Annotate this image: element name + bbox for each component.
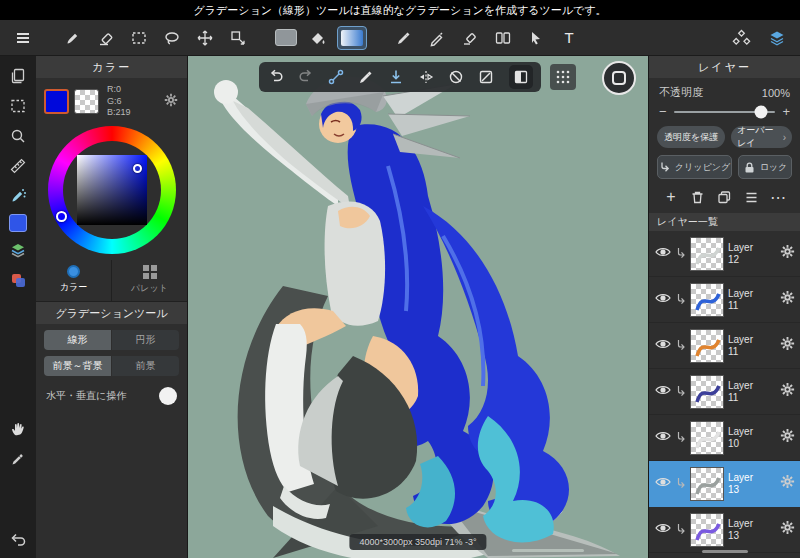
layer-thumbnail[interactable] <box>690 421 724 455</box>
canvas-scrollbar[interactable] <box>512 549 584 552</box>
primary-color-tool[interactable] <box>9 214 27 232</box>
opacity-plus-button[interactable]: + <box>782 104 790 119</box>
layer-visibility-eye-icon[interactable] <box>654 473 672 495</box>
layer-row[interactable]: Layer11 <box>649 323 800 369</box>
text-tool[interactable]: T <box>556 25 582 51</box>
redo-icon[interactable] <box>297 68 315 86</box>
layer-thumbnail[interactable] <box>690 467 724 501</box>
layer-visibility-eye-icon[interactable] <box>654 381 672 403</box>
preview-button[interactable] <box>602 61 636 95</box>
eraser-icon[interactable] <box>93 25 119 51</box>
gradient-radial-button[interactable]: 円形 <box>112 330 179 350</box>
layer-visibility-eye-icon[interactable] <box>654 519 672 541</box>
eyedropper-icon[interactable] <box>357 68 375 86</box>
gradient-fg-button[interactable]: 前景 <box>112 356 179 376</box>
layer-row[interactable]: Layer11 <box>649 369 800 415</box>
layers-panel-icon[interactable] <box>764 25 790 51</box>
color-swatch[interactable] <box>275 29 297 46</box>
layer-settings-gear-icon[interactable] <box>779 335 796 356</box>
undo-icon[interactable] <box>267 68 285 86</box>
tab-palette[interactable]: パレット <box>111 260 187 301</box>
layer-settings-gear-icon[interactable] <box>779 243 796 264</box>
clipping-button[interactable]: クリッピング <box>657 155 732 179</box>
layer-thumbnail[interactable] <box>690 237 724 271</box>
layer-settings-gear-icon[interactable] <box>779 519 796 540</box>
ruler-icon[interactable] <box>6 154 30 178</box>
layer-row[interactable] <box>649 553 800 558</box>
eraser-pen-icon[interactable] <box>457 25 483 51</box>
hand-icon[interactable] <box>6 417 30 441</box>
opacity-slider-knob[interactable] <box>755 105 768 118</box>
gradient-handle-icon[interactable] <box>327 68 345 86</box>
color-settings-gear-icon[interactable] <box>163 92 179 112</box>
blend-mode-button[interactable]: オーバーレイ › <box>731 126 792 148</box>
undo-back-icon[interactable] <box>6 526 30 550</box>
lock-button[interactable]: ロック <box>738 155 792 179</box>
airbrush-icon[interactable] <box>6 184 30 208</box>
brush-icon[interactable] <box>60 25 86 51</box>
layer-thumbnail[interactable] <box>690 329 724 363</box>
gradient-fg-bg-button[interactable]: 前景～背景 <box>44 356 111 376</box>
color-wheel[interactable] <box>48 126 176 254</box>
pages-icon[interactable] <box>6 64 30 88</box>
move-icon[interactable] <box>192 25 218 51</box>
eyedropper-icon[interactable] <box>391 25 417 51</box>
layer-visibility-eye-icon[interactable] <box>654 335 672 357</box>
marquee-select-icon[interactable] <box>126 25 152 51</box>
split-view-icon[interactable] <box>490 25 516 51</box>
layer-visibility-eye-icon[interactable] <box>654 243 672 265</box>
palette-icon[interactable] <box>6 268 30 292</box>
layer-row[interactable]: Layer12 <box>649 231 800 277</box>
artwork-character[interactable] <box>188 56 648 558</box>
saturation-value-square[interactable] <box>77 155 147 225</box>
primary-color-swatch[interactable] <box>44 89 69 114</box>
layer-thumbnail[interactable] <box>690 283 724 317</box>
protect-alpha-button[interactable]: 透明度を保護 <box>657 126 725 148</box>
bucket-fill-icon[interactable] <box>304 25 330 51</box>
hue-cursor[interactable] <box>56 211 67 222</box>
pen-icon[interactable] <box>424 25 450 51</box>
more-menu-button[interactable]: ⋯ <box>768 187 788 207</box>
transform-icon[interactable] <box>225 25 251 51</box>
layer-settings-gear-icon[interactable] <box>779 381 796 402</box>
menu-icon[interactable] <box>10 25 36 51</box>
grid-view-icon[interactable] <box>550 64 576 90</box>
layer-thumbnail[interactable] <box>690 375 724 409</box>
marquee-icon[interactable] <box>6 94 30 118</box>
shape-cluster-icon[interactable] <box>728 25 754 51</box>
flip-horizontal-icon[interactable] <box>417 68 435 86</box>
layer-visibility-eye-icon[interactable] <box>654 427 672 449</box>
eyedropper-small-icon[interactable] <box>6 447 30 471</box>
delete-layer-button[interactable] <box>688 187 708 207</box>
layer-visibility-eye-icon[interactable] <box>654 289 672 311</box>
rotate-off-icon[interactable] <box>447 68 465 86</box>
zoom-icon[interactable] <box>6 124 30 148</box>
constrain-toggle[interactable] <box>159 387 177 405</box>
duplicate-layer-button[interactable] <box>715 187 735 207</box>
layer-row[interactable]: Layer10 <box>649 415 800 461</box>
layer-settings-gear-icon[interactable] <box>779 473 796 494</box>
opacity-minus-button[interactable]: − <box>659 104 667 119</box>
opacity-slider[interactable] <box>674 111 776 113</box>
cursor-icon[interactable] <box>523 25 549 51</box>
layer-row[interactable]: Layer11 <box>649 277 800 323</box>
add-layer-button[interactable]: + <box>661 187 681 207</box>
sv-cursor[interactable] <box>133 164 142 173</box>
layer-row[interactable]: Layer13 <box>649 507 800 553</box>
layers-color-icon[interactable] <box>6 238 30 262</box>
layer-settings-gear-icon[interactable] <box>779 289 796 310</box>
secondary-color-swatch[interactable] <box>74 89 99 114</box>
layer-row[interactable]: Layer13 <box>649 461 800 507</box>
layer-panel-resize-handle[interactable] <box>702 550 748 553</box>
download-icon[interactable] <box>387 68 405 86</box>
clear-icon[interactable] <box>477 68 495 86</box>
canvas-area[interactable]: 4000*3000px 350dpi 71% -3° <box>188 56 648 558</box>
material-button[interactable] <box>509 65 533 89</box>
gradient-tool-button[interactable] <box>337 26 367 50</box>
layer-list-options-button[interactable] <box>741 187 761 207</box>
tab-color[interactable]: カラー <box>36 260 111 301</box>
gradient-linear-button[interactable]: 線形 <box>44 330 111 350</box>
layer-settings-gear-icon[interactable] <box>779 427 796 448</box>
layer-thumbnail[interactable] <box>690 513 724 547</box>
lasso-icon[interactable] <box>159 25 185 51</box>
